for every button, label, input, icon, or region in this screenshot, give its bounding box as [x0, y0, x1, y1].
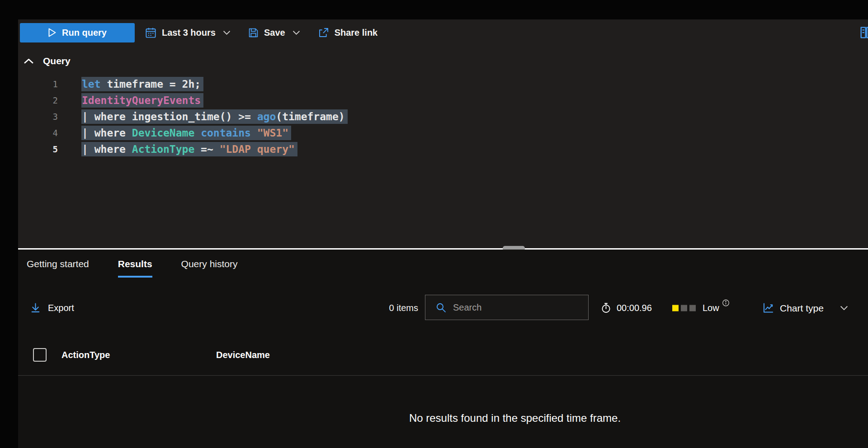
selection-highlight: let timeframe = 2h;: [81, 77, 203, 91]
performance-square: [681, 305, 687, 311]
save-label: Save: [264, 28, 285, 38]
code-line: 4| where DeviceName contains "WS1": [18, 125, 868, 141]
query-header: Query: [18, 54, 868, 68]
chevron-down-icon: [292, 30, 300, 35]
performance-square: [689, 305, 696, 311]
code-token: ago: [257, 111, 276, 123]
code-token: let: [82, 78, 101, 90]
line-number: 3: [18, 112, 58, 122]
line-number: 5: [18, 144, 58, 154]
code-token: | where: [82, 143, 132, 155]
stopwatch-icon: [600, 302, 612, 314]
tab-getting-started[interactable]: Getting started: [27, 259, 89, 278]
line-number: 4: [18, 128, 58, 138]
play-icon: [48, 28, 57, 38]
code-line-text: | where ActionType =~ "LDAP query": [81, 143, 297, 155]
line-number: 1: [18, 79, 58, 89]
run-query-label: Run query: [62, 28, 107, 38]
code-token: contains: [201, 127, 251, 139]
code-token: DeviceName: [132, 127, 194, 139]
select-all-checkbox[interactable]: [33, 348, 47, 362]
code-token: ActionType: [132, 143, 194, 155]
code-line: 2IdentityQueryEvents: [18, 92, 868, 108]
performance-level-squares: [672, 305, 696, 311]
code-line: 5| where ActionType =~ "LDAP query": [18, 141, 868, 157]
time-range-selector[interactable]: Last 3 hours: [145, 27, 231, 39]
items-count: 0 items: [362, 303, 418, 313]
column-header-actiontype[interactable]: ActionType: [61, 348, 110, 362]
results-panel: Getting startedResultsQuery history Expo…: [18, 250, 868, 448]
tab-results[interactable]: Results: [118, 259, 152, 278]
chart-type-label: Chart type: [780, 302, 824, 313]
code-line: 3| where ingestion_time() >= ago(timefra…: [18, 108, 868, 125]
code-token: "WS1": [257, 127, 288, 139]
clipped-toolbar-icon[interactable]: [859, 25, 868, 42]
export-label: Export: [48, 303, 74, 313]
column-header-devicename[interactable]: DeviceName: [216, 348, 270, 362]
code-line: 1let timeframe = 2h;: [18, 76, 868, 92]
save-menu[interactable]: Save: [248, 27, 300, 38]
time-range-label: Last 3 hours: [162, 28, 216, 38]
code-line-text: let timeframe = 2h;: [81, 78, 203, 90]
code-token: "LDAP query": [220, 143, 295, 155]
chevron-down-icon: [840, 305, 848, 311]
table-header-divider: [18, 375, 868, 376]
performance-indicator: Low: [672, 303, 730, 313]
code-token: [251, 127, 257, 139]
selection-highlight: | where DeviceName contains "WS1": [81, 126, 291, 140]
chevron-down-icon: [223, 30, 231, 35]
share-link-label: Share link: [335, 28, 378, 38]
tab-query-history[interactable]: Query history: [181, 259, 238, 278]
elapsed-time: 00:00.96: [617, 303, 652, 313]
advanced-hunting-screen: Run query Last 3 hours: [0, 0, 868, 448]
code-token: =~: [194, 143, 219, 155]
performance-label: Low: [703, 303, 719, 313]
chart-type-icon: [762, 302, 774, 314]
chart-type-dropdown[interactable]: Chart type: [762, 302, 848, 314]
query-panel-title: Query: [43, 56, 71, 66]
results-table-header: ActionTypeDeviceName: [18, 348, 868, 362]
save-icon: [248, 27, 259, 38]
query-editor-panel: Run query Last 3 hours: [18, 19, 868, 248]
code-token: | where: [82, 127, 132, 139]
calendar-icon: [145, 27, 157, 39]
results-toolbar: Export 0 items 00:00.96: [18, 293, 868, 323]
search-box: [425, 295, 589, 320]
empty-results-message: No results found in the specified time f…: [409, 412, 621, 424]
code-token: IdentityQueryEvents: [82, 94, 201, 106]
selection-highlight: | where ingestion_time() >= ago(timefram…: [81, 109, 348, 124]
performance-square: [672, 305, 679, 311]
code-line-text: | where ingestion_time() >= ago(timefram…: [81, 111, 348, 123]
code-token: (timeframe): [276, 111, 344, 123]
selection-highlight: | where ActionType =~ "LDAP query": [81, 142, 297, 156]
selection-highlight: IdentityQueryEvents: [81, 93, 203, 108]
line-number: 2: [18, 95, 58, 105]
elapsed-time-indicator: 00:00.96: [600, 302, 652, 314]
code-line-text: | where DeviceName contains "WS1": [81, 127, 291, 139]
collapse-chevron-up-icon[interactable]: [24, 58, 34, 64]
download-icon: [30, 302, 41, 314]
code-token: | where ingestion_time() >=: [82, 111, 257, 123]
info-icon[interactable]: [722, 299, 730, 307]
search-icon: [435, 302, 447, 313]
export-button[interactable]: Export: [30, 302, 74, 314]
code-line-text: IdentityQueryEvents: [81, 94, 203, 106]
run-query-button[interactable]: Run query: [20, 23, 135, 42]
results-tabs: Getting startedResultsQuery history: [18, 250, 868, 278]
query-toolbar: Run query Last 3 hours: [18, 19, 868, 46]
share-icon: [317, 27, 330, 39]
code-editor[interactable]: 1let timeframe = 2h;2IdentityQueryEvents…: [18, 76, 868, 157]
code-token: timeframe = 2h;: [101, 78, 201, 90]
share-link-button[interactable]: Share link: [317, 27, 378, 39]
search-input[interactable]: [453, 302, 588, 313]
code-token: [194, 127, 201, 139]
